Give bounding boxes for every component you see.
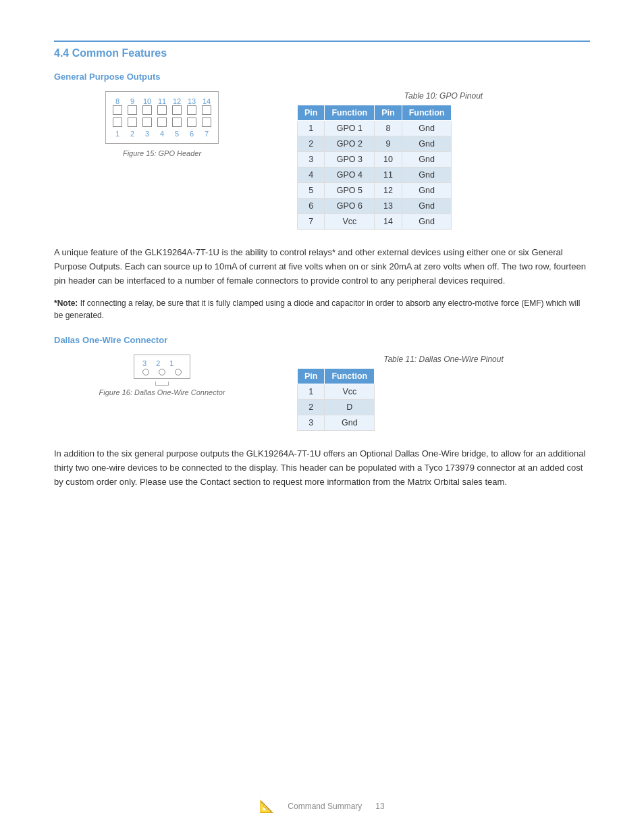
table-cell: 2	[298, 400, 325, 415]
pin-square	[142, 118, 152, 127]
table-cell: 5	[298, 183, 325, 199]
pin-square	[128, 118, 137, 127]
gpo-top-nums: 891011121314	[113, 97, 211, 105]
para2: In addition to the six general purpose o…	[54, 447, 590, 489]
gpo-col-pin2: Pin	[375, 105, 402, 121]
gpo-bottom-nums: 1234567	[113, 130, 211, 138]
table-row: 1Vcc	[298, 384, 375, 400]
table-cell: D	[325, 400, 375, 415]
pin-square	[157, 105, 167, 115]
dallas-diagram: 321	[134, 355, 190, 379]
footer-label: Command Summary	[288, 802, 362, 811]
dallas-circles	[142, 369, 182, 375]
gpo-pinout-table: Pin Function Pin Function 1GPO 18Gnd2GPO…	[297, 105, 452, 230]
table-cell: Gnd	[402, 199, 452, 214]
table-cell: Gnd	[402, 183, 452, 199]
table-cell: 11	[375, 167, 402, 183]
table-row: 3Gnd	[298, 415, 375, 431]
table-cell: Vcc	[325, 384, 375, 400]
table-cell: 13	[375, 199, 402, 214]
note-label: *Note:	[54, 298, 78, 308]
dallas-col-pin: Pin	[298, 369, 325, 384]
gpo-figure-caption: Figure 15: GPO Header	[123, 149, 201, 157]
table-row: 2GPO 29Gnd	[298, 136, 452, 152]
table-cell: Vcc	[325, 214, 375, 230]
table-cell: GPO 1	[325, 121, 375, 136]
gpo-top-row	[113, 105, 211, 115]
pin-square	[172, 105, 182, 115]
pin-square	[113, 105, 122, 115]
table-cell: Gnd	[402, 214, 452, 230]
gpo-col-func1: Function	[325, 105, 375, 121]
dallas-nums: 321	[142, 359, 182, 367]
pin-square	[187, 118, 196, 127]
table-cell: GPO 4	[325, 167, 375, 183]
table-cell: Gnd	[402, 121, 452, 136]
table-cell: GPO 3	[325, 152, 375, 167]
subsection1-title: General Purpose Outputs	[54, 72, 590, 82]
pin-square	[172, 118, 182, 127]
note-text: *Note: If connecting a relay, be sure th…	[54, 297, 590, 321]
dallas-circle	[175, 369, 182, 375]
gpo-header-diagram: 891011121314 1234567	[105, 91, 219, 144]
dallas-circle	[159, 369, 165, 375]
table-cell: 1	[298, 121, 325, 136]
gpo-col-pin1: Pin	[298, 105, 325, 121]
subsection2-title: Dallas One-Wire Connector	[54, 335, 590, 345]
table-row: 3GPO 310Gnd	[298, 152, 452, 167]
table-cell: 3	[298, 415, 325, 431]
table-cell: Gnd	[325, 415, 375, 431]
table-cell: 3	[298, 152, 325, 167]
table-cell: Gnd	[402, 136, 452, 152]
section-title: 4.4 Common Features	[54, 41, 590, 59]
table-row: 2D	[298, 400, 375, 415]
table-cell: GPO 6	[325, 199, 375, 214]
note-body: If connecting a relay, be sure that it i…	[54, 298, 580, 320]
table-row: 6GPO 613Gnd	[298, 199, 452, 214]
gpo-col-func2: Function	[402, 105, 452, 121]
table-cell: 14	[375, 214, 402, 230]
table-row: 1GPO 18Gnd	[298, 121, 452, 136]
pin-square	[187, 105, 196, 115]
table-cell: 4	[298, 167, 325, 183]
gpo-table-caption: Table 10: GPO Pinout	[297, 91, 590, 101]
table-row: 4GPO 411Gnd	[298, 167, 452, 183]
pin-square	[113, 118, 122, 127]
dallas-col-func: Function	[325, 369, 375, 384]
table-row: 5GPO 512Gnd	[298, 183, 452, 199]
gpo-bottom-row	[113, 118, 211, 127]
table-cell: Gnd	[402, 152, 452, 167]
dallas-circle	[142, 369, 149, 375]
pin-square	[202, 105, 211, 115]
table-cell: 7	[298, 214, 325, 230]
table-cell: 9	[375, 136, 402, 152]
dallas-table-caption: Table 11: Dallas One-Wire Pinout	[297, 355, 590, 364]
footer: 📐 Command Summary 13	[0, 799, 644, 814]
dallas-pinout-table: Pin Function 1Vcc2D3Gnd	[297, 368, 375, 431]
table-cell: 8	[375, 121, 402, 136]
table-cell: GPO 2	[325, 136, 375, 152]
table-cell: 10	[375, 152, 402, 167]
footer-logo: 📐	[259, 799, 274, 814]
table-row: 7Vcc14Gnd	[298, 214, 452, 230]
table-cell: Gnd	[402, 167, 452, 183]
table-cell: 12	[375, 183, 402, 199]
pin-square	[202, 118, 211, 127]
dallas-figure-caption: Figure 16: Dallas One-Wire Connector	[99, 388, 225, 396]
pin-square	[157, 118, 167, 127]
para1: A unique feature of the GLK19264A-7T-1U …	[54, 246, 590, 288]
footer-page: 13	[375, 802, 384, 811]
pin-square	[128, 105, 137, 115]
table-cell: 1	[298, 384, 325, 400]
table-cell: 6	[298, 199, 325, 214]
table-cell: GPO 5	[325, 183, 375, 199]
pin-square	[142, 105, 152, 115]
table-cell: 2	[298, 136, 325, 152]
